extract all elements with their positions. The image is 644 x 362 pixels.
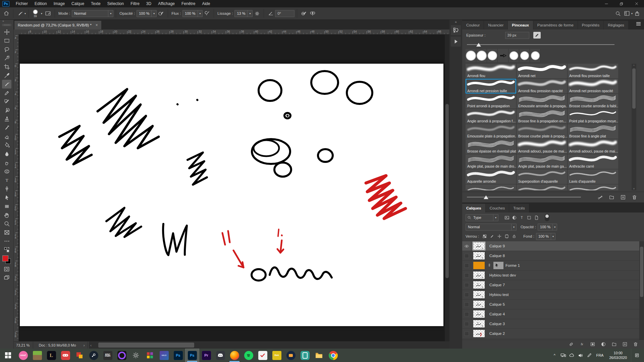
round-brush-tip-icon[interactable] [508,49,519,62]
taskbar-operagx-icon[interactable] [115,349,129,362]
brush-preset[interactable]: Lavis d'aquarelle [568,169,618,184]
horizontal-ruler[interactable]: 8101214161820222426283032343638404244464… [18,29,449,35]
hand-tool-icon[interactable] [2,210,11,219]
taskbar-minecraft-icon[interactable] [30,349,44,362]
scroll-left-icon[interactable]: ‹ [90,342,92,349]
taskbar-check-icon[interactable] [256,349,270,362]
link-mask-icon[interactable] [487,263,491,268]
add-icon[interactable] [619,193,627,201]
visibility-toggle[interactable] [462,319,471,328]
zoom-tool-icon[interactable] [2,219,11,228]
layer-fill-dropdown[interactable]: 100 %▾ [536,233,555,240]
home-icon[interactable] [2,9,11,18]
menu-edition[interactable]: Edition [31,0,50,7]
taskbar-epic-icon[interactable]: EPICGAMES [101,349,115,362]
adjustment-icon[interactable] [599,340,608,348]
eraser-tool-icon[interactable] [2,132,11,141]
brush-preset[interactable]: Arrondi net [517,64,567,78]
brush-preset[interactable]: Aquarelle arrondie [466,169,516,184]
brush-preset[interactable]: Angle arrondi à propagation f... [466,109,516,124]
menu-calque[interactable]: Calque [68,0,88,7]
menu-texte[interactable]: Texte [88,0,104,7]
round-brush-tip-icon[interactable] [519,49,530,62]
taskbar-spotify-icon[interactable] [241,349,256,362]
wand-tool-icon[interactable] [2,54,11,62]
menu-fenêtre[interactable]: Fenêtre [178,0,199,7]
menu-filtre[interactable]: Filtre [127,0,143,7]
lock-transparency-icon[interactable] [481,233,488,240]
vertical-ruler[interactable]: 4202468101214161820222426283032343638 [13,34,19,341]
canvas[interactable] [20,64,443,326]
visibility-toggle[interactable] [462,251,471,260]
move-tool-icon[interactable] [2,27,11,36]
layer-row[interactable]: Forme 1 [462,261,639,270]
blur-tool-icon[interactable] [2,149,11,158]
menu-sélection[interactable]: Sélection [104,0,127,7]
layer-row[interactable]: Hybiou test [462,290,639,300]
notification-center-icon[interactable] [631,349,643,362]
layer-thumbnail[interactable] [473,242,485,250]
layer-row[interactable]: Calque 7 [462,280,639,290]
airbrush-icon[interactable] [203,9,211,18]
layer-thumbnail[interactable] [473,252,485,259]
menu-image[interactable]: Image [50,0,68,7]
stroke-toggle-icon[interactable] [596,193,604,201]
brush-preset[interactable]: Brosse courbe plate à propag... [517,124,567,139]
sponge-tool-icon[interactable] [2,167,11,176]
folder-icon[interactable] [607,193,616,201]
visibility-toggle[interactable] [462,270,471,280]
visibility-eye-icon[interactable] [462,241,471,251]
taskbar-photoshop-icon[interactable]: Ps [171,349,185,362]
taskbar-start-icon[interactable] [0,349,16,362]
filter-type-icon[interactable]: T [518,214,525,221]
brush-grid-scrollbar[interactable]: ^ v [632,64,636,190]
ruler-corner[interactable] [13,29,19,35]
toolbar-grip[interactable] [2,24,11,26]
angle-field[interactable]: 0° [275,10,294,17]
brush-preview[interactable]: 39 [31,9,40,18]
pressure-size-icon[interactable] [300,9,308,18]
foreground-color-swatch[interactable] [2,255,8,261]
filter-toggle[interactable] [545,214,549,221]
history-panel-icon[interactable] [451,25,461,35]
vertical-scrollbar[interactable] [445,34,449,341]
chevron-down-icon[interactable]: ▾ [41,12,42,15]
taskbar-steam-icon[interactable] [87,349,101,362]
smoothing-dropdown[interactable]: 13 %▾ [234,10,253,17]
menu-affichage[interactable]: Affichage [155,0,178,7]
layer-thumbnail[interactable] [473,320,485,327]
brush-preset[interactable]: Anthracite carré [568,154,618,169]
visibility-toggle[interactable] [462,300,471,309]
layer-name[interactable]: Forme 1 [505,263,520,267]
tab-propri-t-s[interactable]: Propriétés [578,21,603,29]
taskbar-osu-icon[interactable]: osu! [16,349,30,362]
folder-icon[interactable] [610,340,619,348]
brush-preset[interactable] [517,184,567,190]
brush-grid-scrollbar-handle[interactable] [632,68,636,109]
layer-blend-mode-dropdown[interactable]: Normal▾ [466,224,517,231]
brush-preset[interactable]: Brosse courbe arrondie à faibl... [568,94,618,109]
chevron-down-icon[interactable]: ▾ [24,12,26,15]
tab-r-glages[interactable]: Réglages [604,21,628,29]
taskbar-explorer-icon[interactable] [312,349,326,362]
brush-size-slider-thumb[interactable] [476,43,481,47]
opacity-dropdown[interactable]: 100 %▾ [137,10,157,17]
tab-nuancier[interactable]: Nuancier [484,21,507,29]
layer-thumbnail[interactable] [473,272,485,279]
toolbar-expand-icon[interactable]: » [0,19,13,23]
layer-name[interactable]: Hybiou test dev [489,273,516,277]
taskbar-halo-icon[interactable]: HALO [157,349,171,362]
mixer-tool-icon[interactable] [2,97,11,106]
tab-couches[interactable]: Couches [486,204,509,213]
brush-preset[interactable]: Emoussée plate à propagation... [466,124,516,139]
round-brush-tip-icon[interactable] [530,49,541,62]
round-brush-tip-icon[interactable] [466,49,476,62]
search-icon[interactable] [614,9,623,18]
layer-name[interactable]: Calque 8 [489,254,505,258]
taskbar-league-icon[interactable]: L [44,349,58,362]
brush-tool-preset-icon[interactable] [16,9,24,18]
add-icon[interactable] [621,340,629,348]
layer-thumbnail[interactable] [473,330,485,337]
layer-thumbnail[interactable] [473,310,485,318]
share-icon[interactable] [633,9,641,18]
